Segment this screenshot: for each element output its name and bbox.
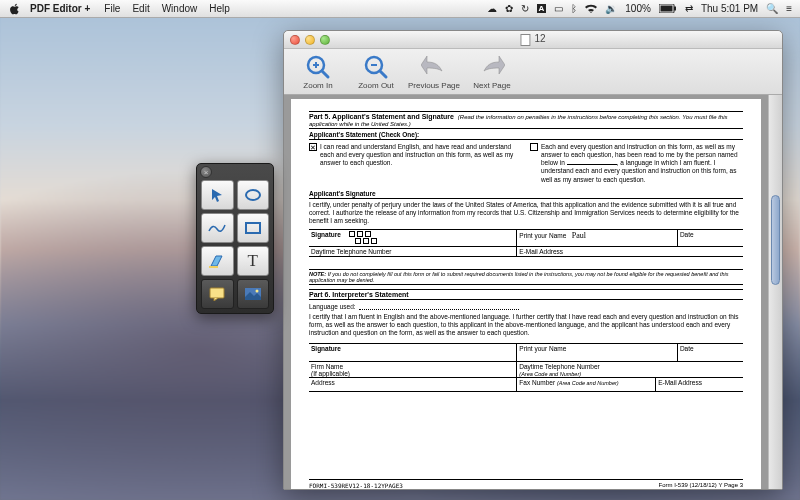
ellipse-tool-button[interactable]	[237, 180, 270, 210]
menu-help[interactable]: Help	[209, 3, 230, 14]
lbl-date-2: Date	[678, 344, 743, 361]
lbl-daytime-2: Daytime Telephone Number	[519, 363, 599, 370]
clock[interactable]: Thu 5:01 PM	[701, 3, 758, 14]
svg-rect-11	[246, 223, 260, 233]
previous-page-button[interactable]: Previous Page	[406, 53, 462, 90]
next-page-label: Next Page	[473, 81, 510, 90]
lbl-address: Address	[309, 378, 517, 391]
palette-close-button[interactable]: ×	[200, 166, 212, 178]
system-menubar: PDF Editor + File Edit Window Help ☁ ✿ ↻…	[0, 0, 800, 18]
note-tool-button[interactable]	[201, 279, 234, 309]
sig-date-box[interactable]	[365, 231, 371, 237]
volume-icon[interactable]: 🔉	[605, 3, 617, 14]
lbl-firm2: (If applicable)	[311, 370, 350, 377]
switch-icon[interactable]: ⇄	[685, 3, 693, 14]
highlight-tool-button[interactable]	[201, 246, 234, 276]
app-name[interactable]: PDF Editor +	[30, 3, 90, 14]
window-close-button[interactable]	[290, 35, 300, 45]
svg-point-10	[246, 190, 260, 200]
notification-icon[interactable]: ≡	[786, 3, 792, 14]
lbl-email-2: E-Mail Address	[656, 378, 743, 391]
svg-line-8	[380, 71, 386, 77]
image-tool-button[interactable]	[237, 279, 270, 309]
window-titlebar[interactable]: 12	[284, 31, 782, 49]
text-tool-button[interactable]: T	[237, 246, 270, 276]
svg-rect-1	[660, 6, 672, 12]
apple-menu-icon[interactable]	[8, 3, 22, 15]
pdf-page: Part 5. Applicant's Statement and Signat…	[291, 99, 761, 489]
zoom-out-button[interactable]: Zoom Out	[348, 53, 404, 90]
leaf-icon[interactable]: ✿	[505, 3, 513, 14]
footer-right: Form I-539 (12/18/12) Y Page 3	[659, 482, 744, 489]
window-minimize-button[interactable]	[305, 35, 315, 45]
prev-page-label: Previous Page	[408, 81, 460, 90]
lbl-signature-2: Signature	[309, 344, 517, 361]
bluetooth-icon[interactable]: ᛒ	[571, 3, 577, 14]
battery-icon[interactable]	[659, 4, 677, 13]
svg-rect-13	[210, 288, 224, 298]
checkbox-english[interactable]: ✕	[309, 143, 317, 151]
part5-heading: Part 5. Applicant's Statement and Signat…	[309, 113, 454, 120]
arrow-tool-button[interactable]	[201, 180, 234, 210]
sig-date-box[interactable]	[349, 231, 355, 237]
applicant-stmt-title: Applicant's Statement (Check One):	[309, 131, 743, 140]
sig-date-box[interactable]	[363, 238, 369, 244]
adobe-icon[interactable]: A	[537, 4, 547, 13]
window-title: 12	[520, 33, 545, 45]
spotlight-icon[interactable]: 🔍	[766, 3, 778, 14]
pencil-tool-button[interactable]	[201, 213, 234, 243]
lbl-firm1: Firm Name	[311, 363, 343, 370]
sig-date-box[interactable]	[355, 238, 361, 244]
annotation-palette[interactable]: × T	[196, 163, 274, 314]
sig-date-box[interactable]	[371, 238, 377, 244]
vertical-scrollbar[interactable]	[768, 95, 782, 489]
lbl-daytime: Daytime Telephone Number	[309, 247, 517, 256]
svg-line-4	[322, 71, 328, 77]
stmt-b-text: Each and every question and instruction …	[541, 143, 743, 184]
applicant-sig-title: Applicant's Signature	[309, 190, 743, 199]
next-page-button[interactable]: Next Page	[464, 53, 520, 90]
menu-edit[interactable]: Edit	[132, 3, 149, 14]
lbl-area: (Area Code and Number)	[519, 371, 581, 377]
checkbox-interpreter[interactable]	[530, 143, 538, 151]
svg-point-15	[255, 290, 258, 293]
window-toolbar: Zoom In Zoom Out Previous Page Next Page	[284, 49, 782, 95]
document-scroll[interactable]: Part 5. Applicant's Statement and Signat…	[284, 95, 768, 489]
cloud-icon[interactable]: ☁	[487, 3, 497, 14]
pdf-editor-window: 12 Zoom In Zoom Out Previous Page Next P…	[283, 30, 783, 490]
interpreter-cert: I certify that I am fluent in English an…	[309, 313, 743, 337]
lbl-print-name-2: Print your Name	[517, 344, 678, 361]
document-icon	[520, 34, 530, 46]
battery-percent: 100%	[625, 3, 651, 14]
footer-left: FORMI-539REV12-18-12YPAGE3	[309, 482, 403, 489]
display-icon[interactable]: ▭	[554, 3, 563, 14]
lbl-signature: Signature	[311, 231, 341, 238]
svg-rect-2	[674, 7, 676, 11]
lang-used: Language used:	[309, 303, 356, 310]
sync-icon[interactable]: ↻	[521, 3, 529, 14]
perjury-text: I certify, under penalty of perjury unde…	[309, 201, 743, 225]
menu-file[interactable]: File	[104, 3, 120, 14]
lbl-date: Date	[678, 230, 743, 246]
menu-window[interactable]: Window	[162, 3, 198, 14]
zoom-in-button[interactable]: Zoom In	[290, 53, 346, 90]
lbl-fax: Fax Number	[519, 379, 555, 386]
zoom-in-label: Zoom In	[303, 81, 332, 90]
note-text: If you do not completely fill out this f…	[309, 271, 728, 283]
stmt-a-text: I can read and understand English, and h…	[320, 143, 522, 184]
rectangle-tool-button[interactable]	[237, 213, 270, 243]
scrollbar-thumb[interactable]	[771, 195, 780, 285]
wifi-icon[interactable]	[585, 4, 597, 14]
sig-date-box[interactable]	[357, 231, 363, 237]
lbl-print-name: Print your Name	[519, 232, 566, 239]
document-viewport: Part 5. Applicant's Statement and Signat…	[284, 95, 782, 489]
lbl-email: E-Mail Address	[517, 247, 743, 256]
part6-heading: Part 6. Interpreter's Statement	[309, 289, 743, 300]
zoom-out-label: Zoom Out	[358, 81, 394, 90]
svg-rect-12	[209, 266, 218, 268]
name-value[interactable]: Paul	[572, 231, 586, 240]
window-zoom-button[interactable]	[320, 35, 330, 45]
